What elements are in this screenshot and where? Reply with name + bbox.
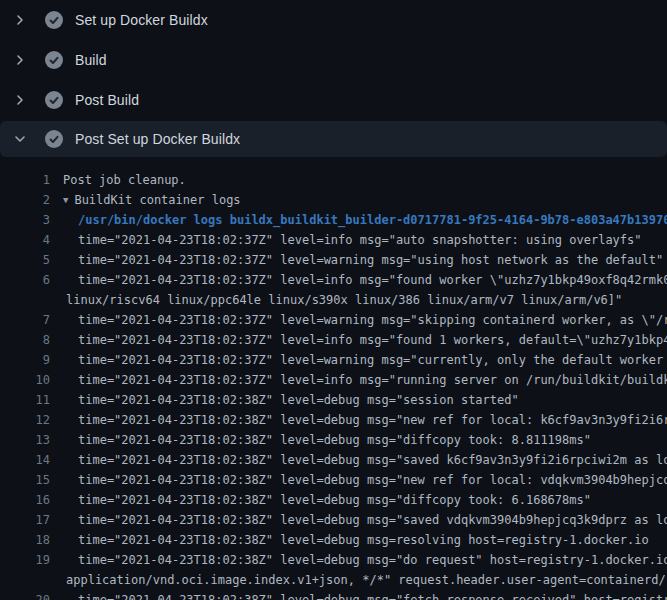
line-text: time="2021-04-23T18:02:38Z" level=debug … (50, 390, 519, 410)
line-number[interactable]: 4 (0, 230, 50, 250)
line-text: time="2021-04-23T18:02:37Z" level=info m… (50, 230, 642, 250)
log-line: 10 time="2021-04-23T18:02:37Z" level=inf… (0, 370, 667, 390)
line-number[interactable]: 11 (0, 390, 50, 410)
log-line-continuation: application/vnd.oci.image.index.v1+json,… (0, 570, 667, 590)
line-text: time="2021-04-23T18:02:38Z" level=debug … (50, 490, 591, 510)
log-line: 7 time="2021-04-23T18:02:37Z" level=warn… (0, 310, 667, 330)
line-text: time="2021-04-23T18:02:38Z" level=debug … (50, 430, 591, 450)
step-row-post-build[interactable]: Post Build (0, 80, 667, 120)
line-text: time="2021-04-23T18:02:37Z" level=info m… (50, 270, 667, 290)
line-number[interactable]: 13 (0, 430, 50, 450)
line-number[interactable]: 14 (0, 450, 50, 470)
line-text: time="2021-04-23T18:02:38Z" level=debug … (50, 550, 667, 570)
line-number[interactable]: 15 (0, 470, 50, 490)
log-line: 1 Post job cleanup. (0, 170, 667, 190)
chevron-right-icon (12, 12, 28, 28)
step-label: Post Build (75, 92, 139, 108)
log-group-toggle[interactable]: 2 ▼BuildKit container logs (0, 190, 667, 210)
line-text: time="2021-04-23T18:02:38Z" level=debug … (50, 470, 667, 490)
chevron-right-icon (12, 92, 28, 108)
line-text: time="2021-04-23T18:02:37Z" level=info m… (50, 330, 667, 350)
line-number[interactable]: 10 (0, 370, 50, 390)
log-line: 9 time="2021-04-23T18:02:37Z" level=warn… (0, 350, 667, 370)
line-number[interactable]: 12 (0, 410, 50, 430)
line-number[interactable]: 3 (0, 210, 50, 230)
line-text: time="2021-04-23T18:02:37Z" level=info m… (50, 370, 667, 390)
line-text: ▼BuildKit container logs (50, 190, 241, 210)
log-lines: 1 Post job cleanup. 2 ▼BuildKit containe… (0, 157, 667, 600)
line-text: time="2021-04-23T18:02:38Z" level=debug … (50, 450, 667, 470)
log-line: 13 time="2021-04-23T18:02:38Z" level=deb… (0, 430, 667, 450)
log-line: 4 time="2021-04-23T18:02:37Z" level=info… (0, 230, 667, 250)
log-line: 12 time="2021-04-23T18:02:38Z" level=deb… (0, 410, 667, 430)
log-line: 18 time="2021-04-23T18:02:38Z" level=deb… (0, 530, 667, 550)
log-line: 6 time="2021-04-23T18:02:37Z" level=info… (0, 270, 667, 290)
line-number[interactable]: 8 (0, 330, 50, 350)
line-text: time="2021-04-23T18:02:37Z" level=warnin… (50, 250, 663, 270)
chevron-down-icon (12, 131, 28, 147)
step-label: Post Set up Docker Buildx (75, 131, 240, 147)
line-text: time="2021-04-23T18:02:37Z" level=warnin… (50, 350, 667, 370)
step-label: Build (75, 52, 107, 68)
line-number[interactable]: 2 (0, 190, 50, 210)
step-success-check-icon (45, 11, 63, 29)
line-number[interactable]: 7 (0, 310, 50, 330)
line-number[interactable]: 9 (0, 350, 50, 370)
line-number[interactable]: 20 (0, 590, 50, 600)
line-text: time="2021-04-23T18:02:38Z" level=debug … (50, 590, 667, 600)
group-expanded-triangle-icon: ▼ (63, 190, 68, 210)
line-text: time="2021-04-23T18:02:38Z" level=debug … (50, 530, 649, 550)
line-number[interactable]: 17 (0, 510, 50, 530)
line-text: time="2021-04-23T18:02:38Z" level=debug … (50, 410, 667, 430)
line-number[interactable]: 5 (0, 250, 50, 270)
steps-list: Set up Docker Buildx Build Post Build Po… (0, 0, 667, 157)
step-label: Set up Docker Buildx (75, 12, 208, 28)
line-number[interactable]: 16 (0, 490, 50, 510)
log-line: 19 time="2021-04-23T18:02:38Z" level=deb… (0, 550, 667, 570)
line-text: time="2021-04-23T18:02:37Z" level=warnin… (50, 310, 667, 330)
step-row-build[interactable]: Build (0, 40, 667, 80)
line-text: /usr/bin/docker logs buildx_buildkit_bui… (50, 210, 667, 230)
log-line: 8 time="2021-04-23T18:02:37Z" level=info… (0, 330, 667, 350)
log-line: 16 time="2021-04-23T18:02:38Z" level=deb… (0, 490, 667, 510)
line-number[interactable]: 1 (0, 170, 50, 190)
log-line: 20 time="2021-04-23T18:02:38Z" level=deb… (0, 590, 667, 600)
log-line: 15 time="2021-04-23T18:02:38Z" level=deb… (0, 470, 667, 490)
log-line: 17 time="2021-04-23T18:02:38Z" level=deb… (0, 510, 667, 530)
log-line: 5 time="2021-04-23T18:02:37Z" level=warn… (0, 250, 667, 270)
step-success-check-icon (45, 51, 63, 69)
log-line: 14 time="2021-04-23T18:02:38Z" level=deb… (0, 450, 667, 470)
log-line: 11 time="2021-04-23T18:02:38Z" level=deb… (0, 390, 667, 410)
step-row-set-up-docker-buildx[interactable]: Set up Docker Buildx (0, 0, 667, 40)
line-text: Post job cleanup. (50, 170, 186, 190)
line-text: time="2021-04-23T18:02:38Z" level=debug … (50, 510, 667, 530)
line-number[interactable]: 18 (0, 530, 50, 550)
line-number[interactable]: 19 (0, 550, 50, 570)
log-line-continuation: linux/riscv64 linux/ppc64le linux/s390x … (0, 290, 667, 310)
line-number[interactable]: 6 (0, 270, 50, 290)
log-line: 3 /usr/bin/docker logs buildx_buildkit_b… (0, 210, 667, 230)
chevron-right-icon (12, 52, 28, 68)
step-row-post-set-up-docker-buildx[interactable]: Post Set up Docker Buildx (0, 121, 667, 157)
step-success-check-icon (45, 130, 63, 148)
step-success-check-icon (45, 91, 63, 109)
